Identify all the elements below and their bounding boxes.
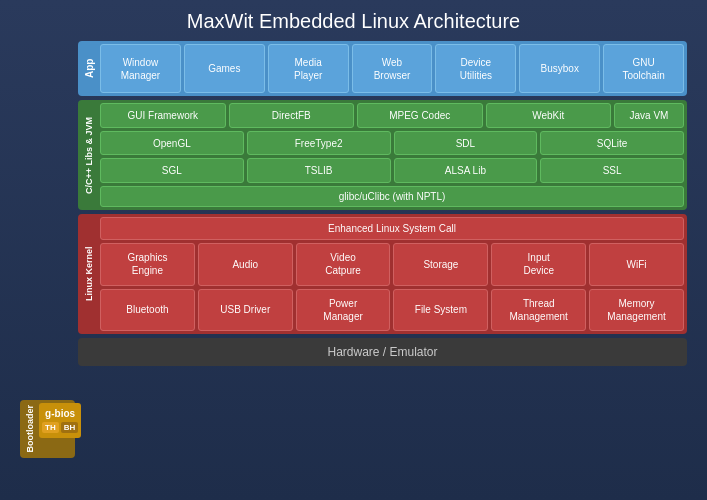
- bh-tag: BH: [61, 422, 79, 433]
- kernel-audio: Audio: [198, 243, 293, 286]
- enhanced-syscall-row: Enhanced Linux System Call: [100, 217, 684, 240]
- hardware-layer: Hardware / Emulator: [78, 338, 687, 366]
- kernel-row-1: GraphicsEngine Audio VideoCatpure Storag…: [100, 243, 684, 286]
- lib-sdl: SDL: [394, 131, 538, 156]
- kernel-usb-driver: USB Driver: [198, 289, 293, 332]
- kernel-wifi: WiFi: [589, 243, 684, 286]
- lib-opengl: OpenGL: [100, 131, 244, 156]
- kernel-graphics-engine: GraphicsEngine: [100, 243, 195, 286]
- gbios-cell: g-bios TH BH: [39, 403, 81, 438]
- kernel-thread-mgmt: ThreadManagement: [491, 289, 586, 332]
- page-title: MaxWit Embedded Linux Architecture: [187, 10, 521, 33]
- app-layer-label: App: [81, 44, 97, 93]
- app-cell-gnu-toolchain: GNUToolchain: [603, 44, 684, 93]
- kernel-cells: Enhanced Linux System Call GraphicsEngin…: [100, 217, 684, 331]
- gbios-label: g-bios: [45, 408, 75, 419]
- app-cell-games: Games: [184, 44, 265, 93]
- main-content: App WindowManager Games MediaPlayer WebB…: [78, 41, 687, 490]
- kernel-video-capture: VideoCatpure: [296, 243, 391, 286]
- app-cell-window-manager: WindowManager: [100, 44, 181, 93]
- app-cell-web-browser: WebBrowser: [352, 44, 433, 93]
- gbios-tags: TH BH: [42, 422, 78, 433]
- bootloader-label: Bootloader: [23, 403, 37, 455]
- bootloader-block: Bootloader g-bios TH BH: [20, 400, 75, 458]
- lib-webkit: WebKit: [486, 103, 612, 128]
- main-container: MaxWit Embedded Linux Architecture Bootl…: [0, 0, 707, 500]
- lib-mpeg-codec: MPEG Codec: [357, 103, 483, 128]
- glibc-row: glibc/uClibc (with NPTL): [100, 186, 684, 207]
- lib-tslib: TSLIB: [247, 158, 391, 183]
- app-cells: WindowManager Games MediaPlayer WebBrows…: [100, 44, 684, 93]
- kernel-memory-mgmt: MemoryManagement: [589, 289, 684, 332]
- kernel-layer: Linux Kernel Enhanced Linux System Call …: [78, 214, 687, 334]
- libs-row-3: SGL TSLIB ALSA Lib SSL: [100, 158, 684, 183]
- lib-ssl: SSL: [540, 158, 684, 183]
- lib-gui-framework: GUI Framework: [100, 103, 226, 128]
- lib-java-vm: Java VM: [614, 103, 684, 128]
- kernel-power-manager: PowerManager: [296, 289, 391, 332]
- kernel-storage: Storage: [393, 243, 488, 286]
- kernel-row-2: Bluetooth USB Driver PowerManager File S…: [100, 289, 684, 332]
- app-cell-media-player: MediaPlayer: [268, 44, 349, 93]
- kernel-layer-label: Linux Kernel: [81, 217, 97, 331]
- lib-sqlite: SQLite: [540, 131, 684, 156]
- lib-alsa: ALSA Lib: [394, 158, 538, 183]
- kernel-bluetooth: Bluetooth: [100, 289, 195, 332]
- lib-sgl: SGL: [100, 158, 244, 183]
- architecture-layout: Bootloader g-bios TH BH: [20, 41, 687, 490]
- lib-freetype2: FreeType2: [247, 131, 391, 156]
- kernel-input-device: InputDevice: [491, 243, 586, 286]
- th-tag: TH: [42, 422, 59, 433]
- lib-directfb: DirectFB: [229, 103, 355, 128]
- hardware-text: Hardware / Emulator: [327, 345, 437, 359]
- app-layer: App WindowManager Games MediaPlayer WebB…: [78, 41, 687, 96]
- bootloader-column: Bootloader g-bios TH BH: [20, 41, 75, 490]
- app-cell-device-utilities: DeviceUtilities: [435, 44, 516, 93]
- libs-row-1: GUI Framework DirectFB MPEG Codec WebKit…: [100, 103, 684, 128]
- libs-layer: C/C++ Libs & JVM GUI Framework DirectFB …: [78, 100, 687, 210]
- app-cell-busybox: Busybox: [519, 44, 600, 93]
- libs-layer-label: C/C++ Libs & JVM: [81, 103, 97, 207]
- kernel-file-system: File System: [393, 289, 488, 332]
- libs-cells: GUI Framework DirectFB MPEG Codec WebKit…: [100, 103, 684, 207]
- libs-row-2: OpenGL FreeType2 SDL SQLite: [100, 131, 684, 156]
